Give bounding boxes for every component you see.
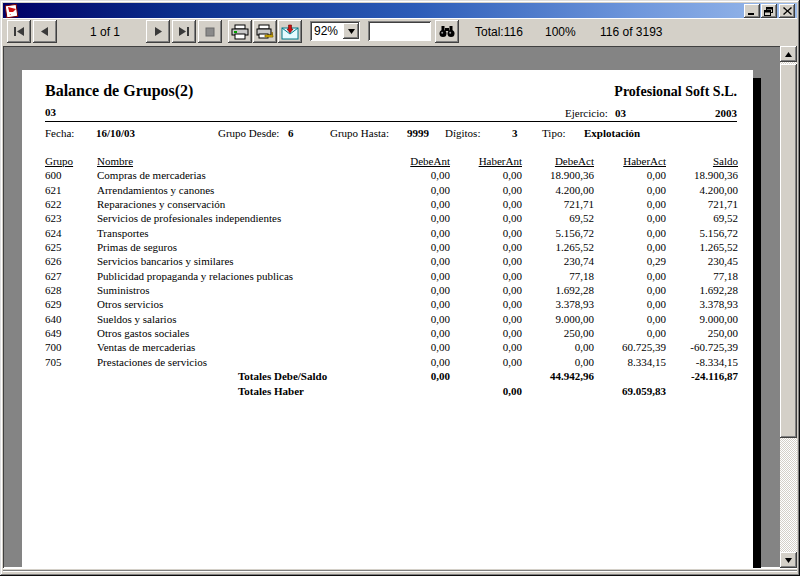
cell-debeant: 0,00 [377,227,450,240]
zoom-value: 92% [310,24,343,38]
cell-haberact: 0,00 [594,184,666,197]
cell-debeact: 0,00 [522,356,594,369]
cell-nombre: Arrendamientos y canones [97,184,377,197]
cell-debeant: 0,00 [377,212,450,225]
cell-haberant: 0,00 [450,341,522,354]
cell-grupo: 623 [45,212,97,225]
cell-haberant: 0,00 [450,198,522,211]
tipo-value: Explotación [584,127,640,139]
cell-haberant: 0,00 [450,184,522,197]
totals-row: Totales Debe/Saldo0,0044.942,96-24.116,8… [45,370,738,384]
cell-saldo: 69,52 [666,212,738,225]
cell-saldo: 9.000,00 [666,313,738,326]
cell-debeact: 3.378,93 [522,298,594,311]
cell-nombre: Totales Haber [97,385,377,398]
cell-haberact: 0,29 [594,255,666,268]
minimize-button[interactable] [744,4,760,18]
cell-debeact: 18.900,36 [522,169,594,182]
header-debeact: DebeAct [522,155,594,168]
cell-haberant: 0,00 [450,327,522,340]
cell-nombre: Reparaciones y conservación [97,198,377,211]
header-grupo: Grupo [45,155,97,168]
fecha-label: Fecha: [45,127,74,139]
find-button[interactable] [435,20,459,43]
search-input[interactable] [368,21,431,41]
scroll-down-icon [785,558,792,563]
last-page-button[interactable] [172,20,196,43]
cell-haberact: 60.725,39 [594,341,666,354]
prev-page-button[interactable] [33,20,57,43]
cell-debeant: 0,00 [377,284,450,297]
cell-debeant: 0,00 [377,241,450,254]
cell-grupo: 626 [45,255,97,268]
cell-grupo: 705 [45,356,97,369]
vertical-scrollbar[interactable] [780,46,797,568]
table-row: 705Prestaciones de servicios0,000,000,00… [45,356,738,370]
report-page: Balance de Grupos(2) Profesional Soft S.… [22,70,753,568]
export-envelope-icon [281,24,299,40]
first-page-button[interactable] [7,20,31,43]
cell-debeant: 0,00 [377,313,450,326]
cell-debeant: 0,00 [377,370,450,383]
ejercicio-value: 03 [615,107,626,119]
cell-nombre: Otros gastos sociales [97,327,377,340]
title-bar[interactable] [3,3,797,18]
cell-haberant: 0,00 [450,298,522,311]
cell-nombre: Primas de seguros [97,241,377,254]
cell-debeant: 0,00 [377,169,450,182]
header-debeant: DebeAnt [377,155,450,168]
cell-haberact: 0,00 [594,198,666,211]
cell-debeant: 0,00 [377,270,450,283]
zoom-select[interactable]: 92% [310,21,360,41]
next-page-button[interactable] [146,20,170,43]
scroll-up-button[interactable] [780,46,797,62]
table-row: 621Arrendamientos y canones0,000,004.200… [45,184,738,198]
grupo-desde-value: 6 [288,127,294,139]
balance-table: GrupoNombreDebeAntHaberAntDebeActHaberAc… [45,155,738,399]
printer-setup-icon [256,24,274,40]
table-row: 649Otros gastos sociales0,000,00250,000,… [45,327,738,341]
cell-haberant: 0,00 [450,212,522,225]
cell-debeant: 0,00 [377,198,450,211]
status-percent: 100% [545,20,576,43]
scrollbar-thumb[interactable] [780,64,797,438]
cell-saldo: 1.265,52 [666,241,738,254]
close-button[interactable] [779,4,795,18]
report-preview-window: 1 of 1 [0,0,800,576]
page-indicator: 1 of 1 [65,20,145,43]
cell-saldo: 77,18 [666,270,738,283]
header-rule [45,121,737,122]
cell-grupo: 628 [45,284,97,297]
zoom-dropdown-button[interactable] [343,23,359,39]
cell-nombre: Otros servicios [97,298,377,311]
print-setup-button[interactable] [253,20,277,43]
cell-nombre: Ventas de mercaderias [97,341,377,354]
cell-grupo: 627 [45,270,97,283]
tipo-label: Tipo: [542,127,565,139]
cell-haberant: 0,00 [450,169,522,182]
app-icon [5,4,19,18]
cell-haberact: 0,00 [594,298,666,311]
cell-debeant: 0,00 [377,184,450,197]
cell-saldo: -24.116,87 [666,370,738,383]
cell-haberant: 0,00 [450,241,522,254]
cell-debeant: 0,00 [377,298,450,311]
header-haberact: HaberAct [594,155,666,168]
cell-saldo: 1.692,28 [666,284,738,297]
cell-nombre: Servicios bancarios y similares [97,255,377,268]
cell-debeant: 0,00 [377,341,450,354]
next-page-icon [152,26,164,37]
cell-saldo: -60.725,39 [666,341,738,354]
print-button[interactable] [228,20,252,43]
stop-button[interactable] [198,20,222,43]
cell-debeact: 230,74 [522,255,594,268]
chevron-down-icon [348,29,355,34]
toolbar: 1 of 1 [3,18,797,46]
cell-grupo: 625 [45,241,97,254]
group-code: 03 [45,106,56,118]
cell-debeact: 1.692,28 [522,284,594,297]
restore-button[interactable] [761,4,777,18]
scroll-down-button[interactable] [780,552,797,568]
prev-page-icon [39,26,51,37]
export-button[interactable] [278,20,302,43]
